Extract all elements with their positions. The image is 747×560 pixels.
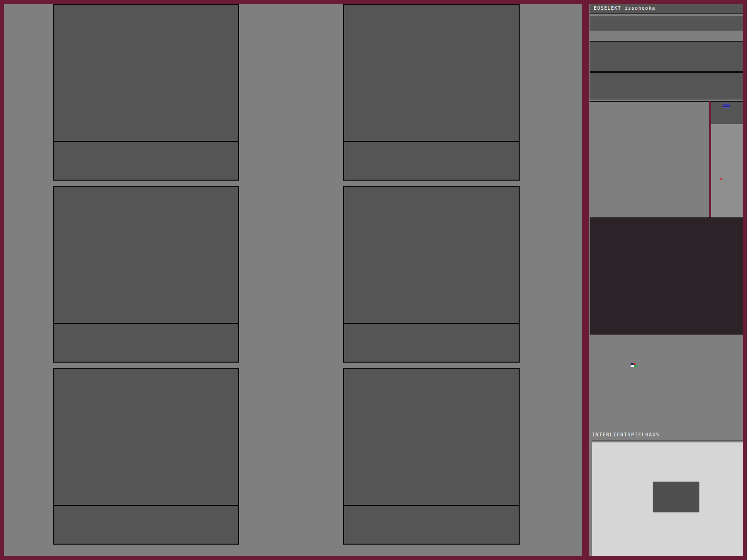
artwork-panel-2[interactable] [53, 186, 239, 363]
legend-panel [592, 442, 743, 556]
panel-caption-2 [54, 323, 238, 362]
legend-title: INTERLICHTSPIELHAUS [592, 432, 660, 437]
panel-caption-4 [344, 141, 519, 180]
file-browser: EOSELEKT issoheoka [590, 4, 743, 31]
artwork-image-2[interactable] [54, 187, 238, 323]
legend-underline [592, 441, 743, 441]
artwork-panel-4[interactable] [343, 4, 520, 181]
file-browser-header: EOSELEKT issoheoka [590, 4, 743, 14]
panel-caption-1 [54, 141, 238, 180]
artwork-image-6[interactable] [344, 369, 519, 505]
preview-scene[interactable] [590, 217, 743, 335]
section-etcetera[interactable] [590, 41, 743, 72]
artwork-panel-3[interactable] [53, 368, 239, 545]
artwork-image-3[interactable] [54, 369, 238, 505]
panel-caption-6 [344, 505, 519, 544]
artwork-image-5[interactable] [344, 187, 519, 323]
artwork-image-1[interactable] [54, 5, 238, 141]
menu-icon[interactable] [723, 104, 730, 108]
panel-caption-3 [54, 505, 238, 544]
thumb-tools-body [711, 124, 743, 217]
mini-glyph [631, 363, 637, 367]
word-exists-log [237, 4, 341, 553]
thumb-tools [711, 102, 743, 124]
artwork-panel-1[interactable] [53, 4, 239, 181]
artwork-image-4[interactable] [344, 5, 519, 141]
file-list [590, 14, 743, 16]
app-window: EOSELEKT issoheoka INTERLICHTSPIELHAUS [0, 0, 747, 560]
legend-tooltip [653, 482, 699, 512]
artwork-panel-6[interactable] [343, 368, 520, 545]
panel-caption-5 [344, 323, 519, 362]
section-theskins[interactable] [590, 72, 743, 99]
sidebar-divider [582, 4, 589, 556]
artwork-panel-5[interactable] [343, 186, 520, 363]
workspace: EOSELEKT issoheoka INTERLICHTSPIELHAUS [4, 4, 743, 556]
marker-dot [720, 178, 722, 180]
